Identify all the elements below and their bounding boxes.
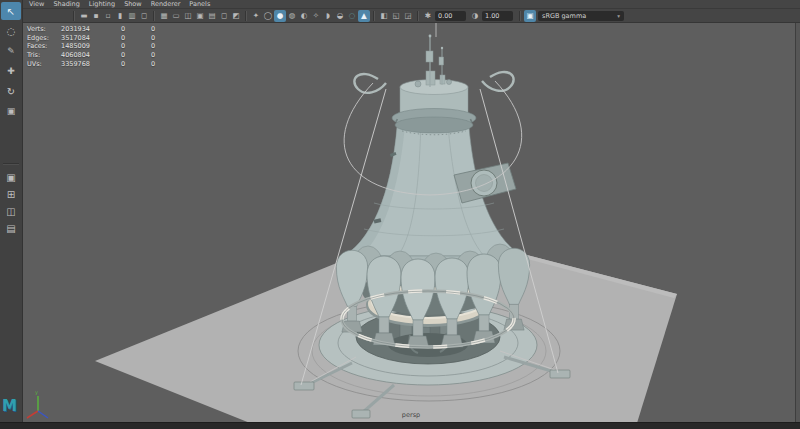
poly-count-hud: Verts: 2031934 0 0 Edges: 3517084 0 0 Fa…: [27, 25, 181, 68]
camera-attributes-icon[interactable]: ▫: [102, 10, 114, 22]
scene-3d: y: [22, 23, 800, 423]
hud-row: Edges: 3517084 0 0: [27, 34, 181, 43]
view-transform-value: sRGB gamma: [542, 11, 586, 21]
hud-col4: 0: [151, 25, 181, 33]
hud-row: Verts: 2031934 0 0: [27, 25, 181, 34]
hud-label: Verts:: [27, 25, 61, 33]
field-chart-icon[interactable]: ▤: [206, 10, 218, 22]
hud-col3: 0: [121, 60, 151, 68]
tool-box: ↖ ◌ ✎ ✚ ↻ ▣ ▣ ⊞ ◫ ▤ M: [0, 0, 23, 423]
upper-cylinder: [392, 71, 476, 133]
hud-value: 2031934: [61, 25, 121, 33]
move-tool[interactable]: ✚: [1, 62, 21, 80]
maya-window: ↖ ◌ ✎ ✚ ↻ ▣ ▣ ⊞ ◫ ▤ M View Shading Light…: [0, 0, 800, 429]
menu-view[interactable]: View: [29, 0, 44, 9]
anti-aliasing-icon[interactable]: ▲: [358, 10, 370, 22]
menu-panels[interactable]: Panels: [189, 0, 210, 9]
toolbar-divider: [417, 11, 419, 21]
hud-value: 3359768: [61, 60, 121, 68]
film-gate-icon[interactable]: ▭: [170, 10, 182, 22]
hud-col4: 0: [151, 60, 181, 68]
isolate-select-icon[interactable]: ◧: [378, 10, 390, 22]
gamma-icon[interactable]: ◑: [469, 10, 481, 22]
layout-four-pane-button[interactable]: ⊞: [2, 187, 20, 202]
hud-col3: 0: [121, 25, 151, 33]
wireframe-on-shaded-icon[interactable]: ◍: [286, 10, 298, 22]
select-tool[interactable]: ↖: [1, 2, 21, 20]
exposure-icon[interactable]: ✱: [422, 10, 434, 22]
exposure-field[interactable]: 0.00: [435, 11, 466, 21]
camera-name-label: persp: [22, 411, 800, 419]
axis-y-label: y: [35, 389, 38, 396]
hud-value: 1485009: [61, 42, 121, 50]
toolbar-divider: [153, 11, 155, 21]
viewport-right-border: [795, 23, 800, 423]
image-plane-icon[interactable]: ▥: [126, 10, 138, 22]
perspective-viewport[interactable]: y Verts: 2031934 0 0 Edges: 3517084 0 0 …: [22, 23, 800, 423]
shadows-icon[interactable]: ◗: [322, 10, 334, 22]
gate-mask-icon[interactable]: ▣: [194, 10, 206, 22]
paint-select-tool[interactable]: ✎: [1, 42, 21, 60]
resolution-gate-icon[interactable]: ◫: [182, 10, 194, 22]
hud-label: UVs:: [27, 60, 61, 68]
hud-label: Tris:: [27, 51, 61, 59]
lock-camera-icon[interactable]: ▪: [90, 10, 102, 22]
menu-show[interactable]: Show: [124, 0, 142, 9]
hud-row: Tris: 4060804 0 0: [27, 51, 181, 60]
toolbar-divider: [245, 11, 247, 21]
safe-title-icon[interactable]: ◩: [230, 10, 242, 22]
toolbox-divider: [3, 163, 19, 165]
chevron-down-icon: ▾: [617, 11, 620, 21]
use-all-lights-icon[interactable]: ✧: [310, 10, 322, 22]
menu-shading[interactable]: Shading: [53, 0, 79, 9]
hud-value: 4060804: [61, 51, 121, 59]
hud-col4: 0: [151, 42, 181, 50]
grid-icon[interactable]: ▦: [158, 10, 170, 22]
motion-blur-icon[interactable]: ◌: [346, 10, 358, 22]
hud-col3: 0: [121, 42, 151, 50]
panel-toolbar: ▬ ▪ ▫ ▮ ▥ ◻ ▦ ▭ ◫ ▣ ▤ ◻ ◩ ✦ ◯ ● ◍ ◐ ✧ ◗ …: [22, 9, 800, 23]
hud-row: Faces: 1485009 0 0: [27, 42, 181, 51]
hud-col3: 0: [121, 51, 151, 59]
lighting-icon[interactable]: ✦: [250, 10, 262, 22]
occlusion-icon[interactable]: ◒: [334, 10, 346, 22]
color-management-icon[interactable]: ▣: [524, 10, 536, 22]
lasso-select-tool[interactable]: ◌: [1, 22, 21, 40]
x-ray-icon[interactable]: ◱: [390, 10, 402, 22]
layout-two-pane-button[interactable]: ◫: [2, 204, 20, 219]
menu-lighting[interactable]: Lighting: [89, 0, 115, 9]
smooth-shade-icon[interactable]: ●: [274, 10, 286, 22]
x-ray-joints-icon[interactable]: ◲: [402, 10, 414, 22]
menu-renderer[interactable]: Renderer: [151, 0, 181, 9]
rotate-tool[interactable]: ↻: [1, 82, 21, 100]
select-camera-icon[interactable]: ▬: [78, 10, 90, 22]
safe-action-icon[interactable]: ◻: [218, 10, 230, 22]
pan-zoom-icon[interactable]: ◻: [138, 10, 150, 22]
hud-label: Edges:: [27, 34, 61, 42]
gamma-field[interactable]: 1.00: [482, 11, 513, 21]
wireframe-icon[interactable]: ◯: [262, 10, 274, 22]
hud-label: Faces:: [27, 42, 61, 50]
hud-col4: 0: [151, 34, 181, 42]
textured-icon[interactable]: ◐: [298, 10, 310, 22]
scale-tool[interactable]: ▣: [1, 102, 21, 120]
hud-value: 3517084: [61, 34, 121, 42]
panel-menu-bar: View Shading Lighting Show Renderer Pane…: [22, 0, 800, 9]
layout-single-pane-button[interactable]: ▣: [2, 170, 20, 185]
toolbar-divider: [519, 11, 521, 21]
hud-row: UVs: 3359768 0 0: [27, 59, 181, 68]
bookmark-view-icon[interactable]: ▮: [114, 10, 126, 22]
maya-logo: M: [2, 397, 16, 415]
toolbar-divider: [73, 11, 75, 21]
view-transform-dropdown[interactable]: sRGB gamma ▾: [538, 11, 624, 21]
layout-outliner-persp-button[interactable]: ▤: [2, 221, 20, 236]
bottom-bar: [0, 422, 800, 429]
toolbar-divider: [373, 11, 375, 21]
hud-col3: 0: [121, 34, 151, 42]
hud-col4: 0: [151, 51, 181, 59]
